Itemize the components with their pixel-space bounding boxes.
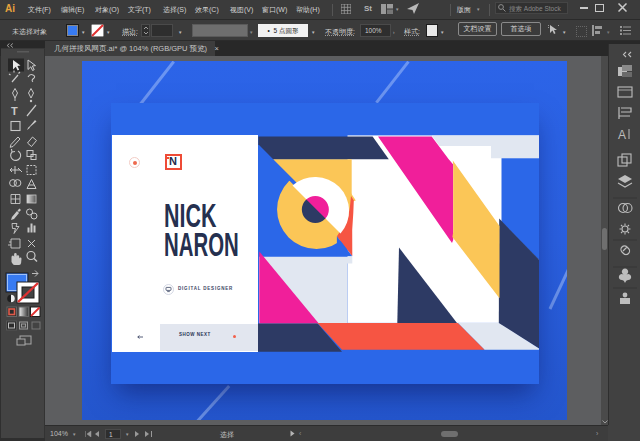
svg-text:A: A bbox=[618, 128, 626, 142]
svg-text:T: T bbox=[11, 105, 18, 117]
